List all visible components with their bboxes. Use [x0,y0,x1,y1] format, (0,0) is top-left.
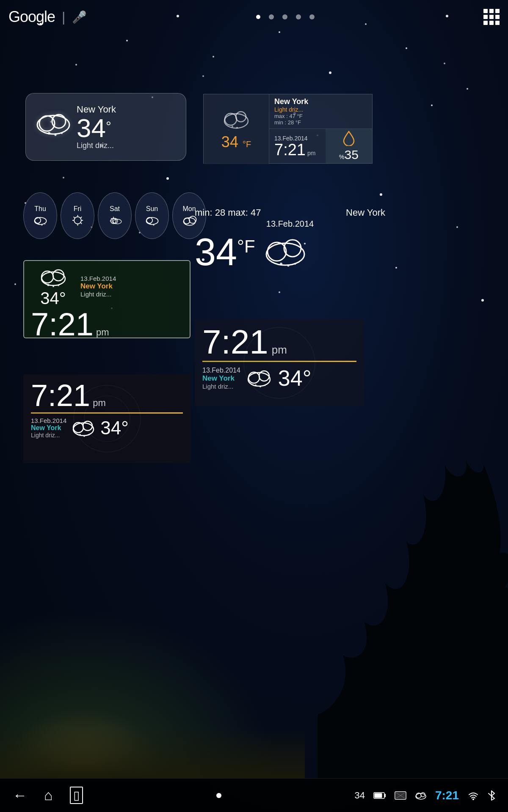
page-dot-1[interactable] [256,15,260,19]
nav-left-buttons: ← ⌂ ▯ [13,787,83,804]
svg-point-66 [184,218,190,224]
battery-icon [373,791,386,800]
small-datetime-panel: 13.Feb.2014 7:21 pm [269,129,326,163]
svg-point-45 [41,225,42,226]
svg-point-87 [83,421,92,431]
svg-point-75 [284,240,301,257]
widget-large-weather[interactable]: New York 34 ° Light driz... [25,93,186,161]
page-dot-5[interactable] [309,14,315,19]
svg-point-78 [294,263,296,265]
apps-grid-icon[interactable] [483,9,500,25]
wc-city: New York [80,282,183,291]
rc-divider [202,361,356,362]
wcs-temp: 34° [100,417,129,439]
svg-point-40 [55,134,57,136]
widget-weather-clock[interactable]: 34° 13.Feb.2014 New York Light driz... 7… [23,260,190,338]
svg-point-72 [236,127,238,129]
small-ampm: pm [307,150,315,156]
rc-city: New York [202,374,240,383]
widget-center-weather[interactable]: min: 28 max: 47 New York 13.Feb.2014 34 … [195,207,385,272]
nav-right-status: 34 7:21 [354,789,495,802]
svg-point-63 [150,224,151,225]
top-bar: Google | 🎤 [0,0,508,34]
svg-point-76 [280,263,282,265]
svg-point-89 [83,435,85,437]
svg-point-71 [232,126,233,127]
home-button[interactable]: ⌂ [44,787,53,804]
widgets-container: Google | 🎤 [0,0,508,812]
svg-line-54 [80,217,82,218]
cw-city: New York [346,207,385,218]
wcs-time: 7:21 [31,380,90,411]
svg-point-70 [236,112,246,122]
google-logo[interactable]: Google | 🎤 [8,8,87,26]
svg-point-41 [61,132,63,134]
rc-time: 7:21 [202,325,268,359]
large-cloud-icon [34,109,72,145]
mic-icon[interactable]: 🎤 [72,10,87,24]
widget-forecast[interactable]: Thu Fri Sat [23,192,206,239]
widget-small-cluster[interactable]: 34 °F New York Light driz... max : 47 °F… [203,94,373,164]
svg-point-81 [53,270,64,281]
wc-clock-time: 7:21 [31,308,94,340]
forecast-day-fri-label: Fri [74,205,82,213]
cw-cloud-icon [262,232,309,272]
svg-point-96 [264,384,265,386]
small-maxtemp: max : 47 °F [274,113,367,119]
wifi-icon [467,790,479,801]
widget-right-clock[interactable]: 7:21 pm 13.Feb.2014 New York Light driz.… [195,319,364,406]
rc-ampm: pm [272,343,287,357]
rc-temp: 34° [278,365,312,391]
forecast-day-sat[interactable]: Sat [98,192,132,239]
bluetooth-icon [488,790,495,801]
svg-point-74 [268,242,286,261]
battery-number: 34 [354,790,364,801]
svg-point-44 [38,224,39,225]
small-temp: 34 °F [221,133,251,151]
page-dot-3[interactable] [282,14,287,19]
svg-point-43 [35,217,41,223]
forecast-day-thu[interactable]: Thu [23,192,57,239]
wcs-divider [31,412,183,414]
cloud-sync-icon [415,791,427,800]
svg-line-52 [73,217,75,218]
rc-condition: Light driz... [202,383,240,390]
small-city-panel: New York Light driz... max : 47 °F min :… [269,94,372,129]
svg-point-64 [153,225,154,226]
wc-date: 13.Feb.2014 [80,275,183,282]
forecast-day-sun-label: Sun [146,205,158,213]
svg-point-107 [472,798,474,800]
svg-point-106 [421,793,425,797]
forecast-day-mon-label: Mon [182,205,196,213]
wc-clock-ampm: pm [96,327,109,338]
small-city: New York [274,97,367,106]
wcs-ampm: pm [93,398,106,409]
cw-minmax: min: 28 max: 47 [195,207,261,218]
small-mintemp: min : 28 °F [274,119,367,126]
small-temp-panel: 34 °F [204,94,269,164]
nav-center-dot [216,793,221,798]
svg-point-95 [260,386,261,387]
wc-condition: Light driz... [80,291,183,298]
page-dot-2[interactable] [269,14,274,19]
logo-separator: | [62,9,65,25]
svg-rect-99 [374,793,382,798]
wcs-date: 13.Feb.2014 [31,417,66,424]
forecast-day-thu-label: Thu [34,205,46,213]
humidity-value: 35 [345,148,359,162]
svg-point-83 [52,285,54,287]
nav-time: 7:21 [435,789,459,802]
widget-clock-small[interactable]: 7:21 pm 13.Feb.2014 New York Light driz.… [23,374,190,463]
forecast-day-fri[interactable]: Fri [61,192,94,239]
recents-button[interactable]: ▯ [70,787,83,804]
back-button[interactable]: ← [13,787,27,804]
forecast-day-sun[interactable]: Sun [135,192,169,239]
svg-point-39 [48,132,50,134]
humidity-percent: % [339,154,344,160]
large-weather-info: New York 34 ° Light driz... [77,104,116,150]
cw-date: 13.Feb.2014 [195,219,385,229]
page-dot-4[interactable] [296,14,301,19]
svg-point-90 [88,434,90,435]
wcs-condition: Light driz... [31,432,66,439]
small-condition: Light driz... [274,106,367,113]
